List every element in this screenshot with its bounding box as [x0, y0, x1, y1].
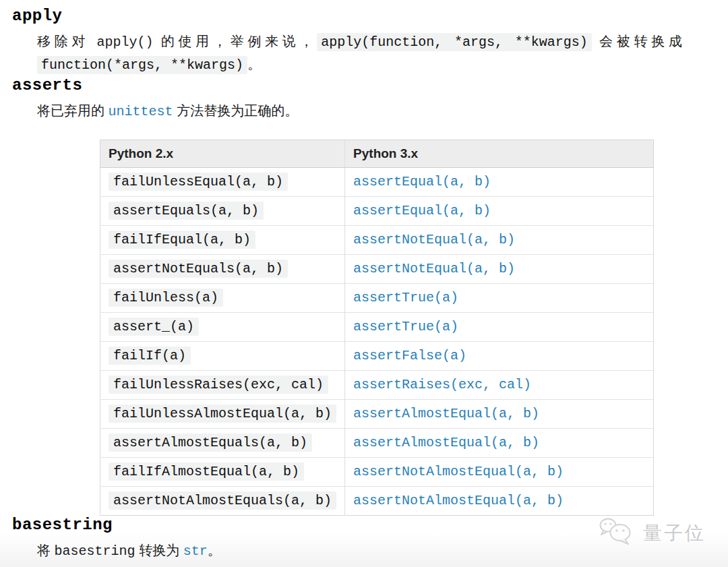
- py2-cell: failUnlessRaises(exc, cal): [100, 371, 345, 400]
- py2-code: failIf(a): [109, 347, 191, 365]
- py3-link[interactable]: assertEqual(a, b): [353, 174, 491, 189]
- table-row: failUnlessRaises(exc, cal)assertRaises(e…: [100, 371, 654, 400]
- table-row: assertNotEquals(a, b)assertNotEqual(a, b…: [100, 255, 654, 284]
- text-run: 将: [37, 543, 55, 558]
- table-row: failIfAlmostEqual(a, b)assertNotAlmostEq…: [100, 458, 654, 487]
- py2-code: assertNotEquals(a, b): [109, 260, 288, 278]
- inline-code: apply(): [96, 34, 153, 50]
- text-run: 会被转换成: [592, 34, 682, 49]
- py3-link[interactable]: assertNotAlmostEqual(a, b): [353, 493, 564, 508]
- table-header: Python 2.x Python 3.x: [100, 140, 654, 168]
- section-heading-basestring: basestring: [12, 516, 715, 535]
- paragraph-asserts: 将已弃用的 unittest 方法替换为正确的。: [37, 100, 715, 123]
- table-row: failIf(a)assertFalse(a): [100, 342, 654, 371]
- paragraph-apply: 移除对 apply() 的使用，举例来说，apply(function, *ar…: [37, 30, 682, 76]
- py2-cell: assertNotEquals(a, b): [100, 255, 345, 284]
- text-run: 。: [208, 543, 221, 558]
- py2-code: assertNotAlmostEquals(a, b): [109, 491, 336, 510]
- py2-py3-compat-table: Python 2.x Python 3.x failUnlessEqual(a,…: [100, 140, 654, 516]
- inline-code: basestring: [55, 543, 135, 559]
- py2-code: failIfEqual(a, b): [109, 231, 255, 249]
- py2-cell: failIfAlmostEqual(a, b): [100, 458, 345, 487]
- py3-cell: assertNotAlmostEqual(a, b): [345, 487, 654, 516]
- column-header-python3: Python 3.x: [345, 140, 654, 168]
- table-row: assertNotAlmostEquals(a, b)assertNotAlmo…: [100, 487, 654, 516]
- document-body: apply 移除对 apply() 的使用，举例来说，apply(functio…: [0, 0, 728, 562]
- py3-cell: assertEqual(a, b): [345, 168, 654, 197]
- py2-cell: assert_(a): [100, 313, 345, 342]
- paragraph-basestring: 将 basestring 转换为 str。: [37, 539, 715, 562]
- table-row: assertAlmostEquals(a, b)assertAlmostEqua…: [100, 429, 654, 458]
- py3-cell: assertTrue(a): [345, 313, 654, 342]
- py3-cell: assertTrue(a): [345, 284, 654, 313]
- py3-cell: assertAlmostEqual(a, b): [345, 400, 654, 429]
- py3-cell: assertRaises(exc, cal): [345, 371, 654, 400]
- py2-code: failUnlessRaises(exc, cal): [109, 376, 328, 394]
- py2-code: failUnlessEqual(a, b): [109, 173, 288, 191]
- py2-code: assert_(a): [109, 318, 199, 336]
- table-row: failUnless(a)assertTrue(a): [100, 284, 654, 313]
- py3-link[interactable]: assertNotEqual(a, b): [353, 232, 515, 247]
- py2-cell: assertNotAlmostEquals(a, b): [100, 487, 345, 516]
- py2-code: failIfAlmostEqual(a, b): [109, 462, 304, 481]
- py3-cell: assertNotEqual(a, b): [345, 226, 654, 255]
- inline-link[interactable]: unittest: [109, 104, 173, 119]
- py3-link[interactable]: assertEqual(a, b): [353, 203, 491, 218]
- py2-code: failUnless(a): [109, 289, 223, 307]
- text-run: 的使用，举例来说，: [153, 34, 317, 49]
- inline-link[interactable]: str: [183, 543, 208, 559]
- py2-code: assertAlmostEquals(a, b): [109, 434, 312, 452]
- inline-code: function(*args, **kwargs): [37, 56, 247, 74]
- py2-cell: failIf(a): [100, 342, 345, 371]
- section-heading-apply: apply: [12, 7, 715, 26]
- section-heading-asserts: asserts: [12, 76, 715, 95]
- py2-cell: failUnlessAlmostEqual(a, b): [100, 400, 345, 429]
- py3-link[interactable]: assertTrue(a): [353, 319, 458, 334]
- py3-link[interactable]: assertRaises(exc, cal): [353, 377, 531, 392]
- text-run: 方法替换为正确的。: [173, 103, 299, 118]
- py2-cell: failUnlessEqual(a, b): [100, 168, 345, 197]
- py2-code: assertEquals(a, b): [109, 202, 264, 220]
- table-row: assert_(a)assertTrue(a): [100, 313, 654, 342]
- article-page: { "document": { "sections": [ { "heading…: [0, 0, 728, 567]
- table-row: failIfEqual(a, b)assertNotEqual(a, b): [100, 226, 654, 255]
- py3-link[interactable]: assertAlmostEqual(a, b): [353, 435, 539, 450]
- table-row: assertEquals(a, b)assertEqual(a, b): [100, 197, 654, 226]
- py3-cell: assertNotEqual(a, b): [345, 255, 654, 284]
- py3-link[interactable]: assertAlmostEqual(a, b): [353, 406, 539, 421]
- text-run: 转换为: [135, 543, 183, 558]
- column-header-python2: Python 2.x: [100, 140, 345, 168]
- py2-cell: failIfEqual(a, b): [100, 226, 345, 255]
- py3-cell: assertFalse(a): [345, 342, 654, 371]
- table-body: failUnlessEqual(a, b)assertEqual(a, b)as…: [100, 168, 654, 516]
- py3-cell: assertEqual(a, b): [345, 197, 654, 226]
- py3-cell: assertAlmostEqual(a, b): [345, 429, 654, 458]
- text-run: 移除对: [37, 34, 96, 49]
- py2-code: failUnlessAlmostEqual(a, b): [109, 405, 336, 423]
- py3-link[interactable]: assertTrue(a): [353, 290, 458, 305]
- table-row: failUnlessEqual(a, b)assertEqual(a, b): [100, 168, 654, 197]
- inline-code: apply(function, *args, **kwargs): [317, 33, 592, 51]
- text-run: 。: [247, 57, 261, 71]
- py2-cell: assertAlmostEquals(a, b): [100, 429, 345, 458]
- table-row: failUnlessAlmostEqual(a, b)assertAlmostE…: [100, 400, 654, 429]
- py2-cell: failUnless(a): [100, 284, 345, 313]
- py3-link[interactable]: assertNotAlmostEqual(a, b): [353, 464, 564, 479]
- py3-link[interactable]: assertNotEqual(a, b): [353, 261, 515, 276]
- text-run: 将已弃用的: [37, 103, 109, 118]
- py3-link[interactable]: assertFalse(a): [353, 348, 466, 363]
- py2-cell: assertEquals(a, b): [100, 197, 345, 226]
- py3-cell: assertNotAlmostEqual(a, b): [345, 458, 654, 487]
